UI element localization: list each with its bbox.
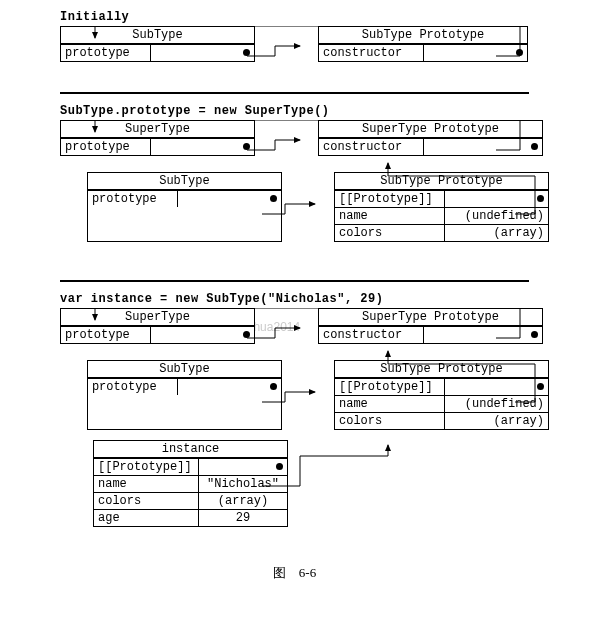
stage2: SuperType prototype SuperType Prototype … [10, 120, 579, 270]
pointer-dot [531, 331, 538, 338]
prop-val [424, 139, 542, 155]
instance-box: instance [[Prototype]] name "Nicholas" c… [93, 440, 288, 527]
subtype-prototype-box: SubType Prototype [[Prototype]] name (un… [334, 172, 549, 242]
prop-val [424, 45, 527, 61]
supertype-box: SuperType prototype [60, 120, 255, 156]
prop-val [178, 379, 281, 395]
supertype-box: SuperType prototype [60, 308, 255, 344]
box-header: SubType [88, 173, 281, 190]
prop-key: colors [94, 493, 199, 509]
pointer-dot [516, 49, 523, 56]
pointer-dot [537, 195, 544, 202]
box-header: SubType Prototype [319, 27, 527, 44]
prop-val [151, 45, 254, 61]
prop-key: prototype [61, 45, 151, 61]
stage1-title: Initially [60, 10, 579, 24]
supertype-prototype-box: SuperType Prototype constructor [318, 120, 543, 156]
subtype-box: SubType prototype [60, 26, 255, 62]
pointer-dot [537, 383, 544, 390]
box-header: SubType [88, 361, 281, 378]
figure-caption: 图 6-6 [10, 564, 579, 582]
prop-key: prototype [61, 139, 151, 155]
prop-key: age [94, 510, 199, 526]
divider [60, 280, 529, 282]
prop-key: constructor [319, 139, 424, 155]
prop-val [151, 139, 254, 155]
prop-key: [[Prototype]] [335, 191, 445, 207]
prop-val [445, 191, 548, 207]
prop-val: 29 [199, 510, 287, 526]
prop-val: "Nicholas" [199, 476, 287, 492]
box-header: SubType Prototype [335, 173, 548, 190]
box-header: SubType [61, 27, 254, 44]
subtype-prototype-box: SubType Prototype constructor [318, 26, 528, 62]
pointer-dot [243, 331, 250, 338]
prop-val: (undefined) [445, 396, 548, 412]
subtype-prototype-box: SubType Prototype [[Prototype]] name (un… [334, 360, 549, 430]
subtype-box: SubType prototype [87, 360, 282, 430]
prop-val: (array) [199, 493, 287, 509]
box-header: SuperType [61, 309, 254, 326]
prop-val [178, 191, 281, 207]
pointer-dot [243, 49, 250, 56]
prop-key: prototype [61, 327, 151, 343]
subtype-box: SubType prototype [87, 172, 282, 242]
pointer-dot [531, 143, 538, 150]
prop-val [199, 459, 287, 475]
pointer-dot [270, 383, 277, 390]
box-header: instance [94, 441, 287, 458]
prop-key: [[Prototype]] [335, 379, 445, 395]
prop-key: name [335, 396, 445, 412]
box-header: SuperType Prototype [319, 309, 542, 326]
box-header: SuperType [61, 121, 254, 138]
prop-key: colors [335, 413, 445, 429]
prop-key: constructor [319, 45, 424, 61]
prop-val [424, 327, 542, 343]
divider [60, 92, 529, 94]
box-header: SuperType Prototype [319, 121, 542, 138]
stage1: SubType prototype SubType Prototype cons… [10, 26, 579, 82]
prop-val [445, 379, 548, 395]
prop-key: prototype [88, 379, 178, 395]
prop-val: (array) [445, 413, 548, 429]
supertype-prototype-box: SuperType Prototype constructor [318, 308, 543, 344]
prop-val: (undefined) [445, 208, 548, 224]
stage2-title: SubType.prototype = new SuperType() [60, 104, 579, 118]
box-header: SubType Prototype [335, 361, 548, 378]
prop-key: colors [335, 225, 445, 241]
prop-key: constructor [319, 327, 424, 343]
prop-key: name [335, 208, 445, 224]
pointer-dot [243, 143, 250, 150]
pointer-dot [276, 463, 283, 470]
pointer-dot [270, 195, 277, 202]
prop-key: [[Prototype]] [94, 459, 199, 475]
stage3-title: var instance = new SubType("Nicholas", 2… [60, 292, 579, 306]
prop-val [151, 327, 254, 343]
prop-val: (array) [445, 225, 548, 241]
stage3: SuperType prototype SuperType Prototype … [10, 308, 579, 556]
prop-key: name [94, 476, 199, 492]
prop-key: prototype [88, 191, 178, 207]
